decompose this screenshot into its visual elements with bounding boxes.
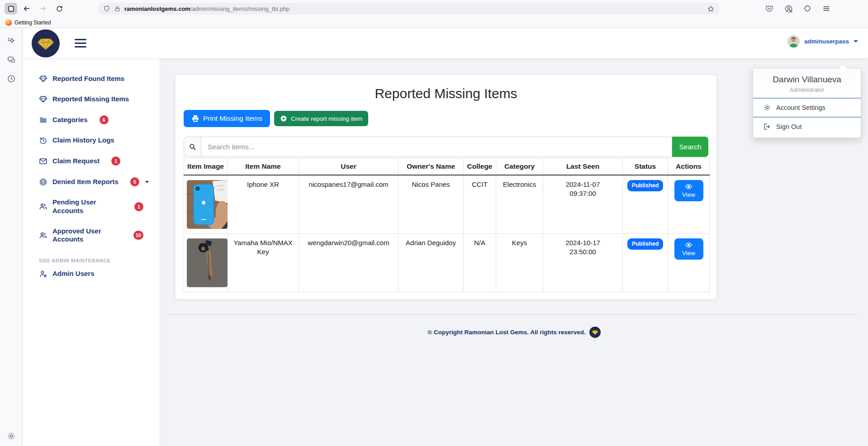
avatar <box>787 35 800 47</box>
exclamation-circle-icon <box>39 178 47 186</box>
sign-out-menu-item[interactable]: Sign Out <box>753 118 861 136</box>
sign-out-icon <box>763 123 771 131</box>
star-icon[interactable] <box>707 5 715 13</box>
copyright-text: © Copyright Ramonian Lost Gems. All righ… <box>427 329 585 336</box>
back-icon <box>23 5 31 13</box>
sparkle-icon[interactable] <box>7 36 16 45</box>
account-button[interactable] <box>782 2 795 15</box>
bookmark-label: Getting Started <box>14 19 51 26</box>
search-button[interactable]: Search <box>672 137 708 157</box>
view-button[interactable]: View <box>674 238 703 260</box>
search-input[interactable] <box>201 137 672 157</box>
clock-icon[interactable] <box>7 74 16 83</box>
eye-icon <box>685 183 693 190</box>
sidebar-item-denied-item-reports[interactable]: Denied Item Reports 5 <box>23 171 160 192</box>
sidebar-item-pending-user-accounts[interactable]: Pending User Accounts 1 <box>23 192 160 221</box>
cell-item-name: Yamaha Mio/NMAX Key <box>228 234 299 292</box>
url-path: /admin/missing_items/missing_tbl.php <box>190 5 289 12</box>
item-image-iphone <box>187 180 228 229</box>
url-bar[interactable]: ramonianlostgems.com/admin/missing_items… <box>99 3 719 14</box>
status-badge: Published <box>627 238 664 250</box>
print-missing-items-button[interactable]: Print Missing Items <box>184 110 270 127</box>
extensions-icon <box>803 5 811 13</box>
shield-icon[interactable] <box>103 5 110 12</box>
account-settings-menu-item[interactable]: Account Settings <box>753 99 861 117</box>
col-status: Status <box>623 158 668 176</box>
devices-icon[interactable] <box>7 55 16 64</box>
forward-button[interactable] <box>36 2 50 15</box>
pocket-button[interactable] <box>763 2 776 15</box>
sidebar-item-label: Reported Found Items <box>52 75 124 83</box>
chevron-down-icon <box>145 181 149 183</box>
envelope-icon <box>39 157 47 166</box>
lock-icon[interactable] <box>114 5 121 12</box>
chevron-down-icon <box>854 40 858 43</box>
history-icon <box>39 136 47 145</box>
table-header-row: Item Image Item Name User Owner's Name C… <box>184 158 710 176</box>
sidebar-item-approved-user-accounts[interactable]: Approved User Accounts 10 <box>23 221 160 250</box>
back-button[interactable] <box>20 2 33 15</box>
sidebar-toggle-button[interactable] <box>75 39 86 47</box>
page: adminuserpass Reported Found Items Repor… <box>0 28 868 446</box>
footer: © Copyright Ramonian Lost Gems. All righ… <box>160 327 868 338</box>
print-button-label: Print Missing Items <box>203 114 262 123</box>
bookmark-getting-started[interactable]: Getting Started <box>5 19 51 26</box>
col-item-image: Item Image <box>184 158 228 176</box>
sidebar-item-claim-request[interactable]: Claim Request 1 <box>23 151 160 171</box>
sign-out-label: Sign Out <box>776 123 802 130</box>
table-row: Yamaha Mio/NMAX Key wengdarwin20@gmail.c… <box>184 234 710 292</box>
toolbar-right-icons <box>763 2 833 15</box>
firefox-view-icon <box>8 6 14 12</box>
cell-college: CCIT <box>464 175 496 234</box>
user-dropdown: Darwin Villanueva Administrator Account … <box>753 68 861 138</box>
gear-icon <box>763 104 771 112</box>
cell-category: Keys <box>496 234 543 292</box>
sidebar-item-label: Admin Users <box>52 270 95 278</box>
col-owners-name: Owner's Name <box>398 158 464 176</box>
reload-button[interactable] <box>52 2 66 15</box>
forward-icon <box>39 5 47 13</box>
account-icon <box>784 5 793 13</box>
gem-icon <box>39 95 47 104</box>
col-college: College <box>464 158 496 176</box>
username: adminuserpass <box>804 38 849 45</box>
cell-user: nicospanes17@gmail.com <box>299 175 398 234</box>
extensions-button[interactable] <box>801 2 814 15</box>
menu-icon <box>822 5 830 13</box>
sidebar-item-label: Approved User Accounts <box>52 227 119 244</box>
firefox-sidebar-strip <box>0 28 23 446</box>
cell-last-seen: 2024-10-1723:50:00 <box>543 234 623 292</box>
sidebar-item-admin-users[interactable]: Admin Users <box>23 266 160 284</box>
status-badge: Published <box>627 180 664 191</box>
table-row: Iphone XR nicospanes17@gmail.com Nicos P… <box>184 175 710 234</box>
cell-user: wengdarwin20@gmail.com <box>299 234 398 292</box>
create-report-button[interactable]: Create report missing item <box>274 111 368 126</box>
cell-owner: Adrian Deguidoy <box>398 234 464 292</box>
sidebar-item-label: Denied Item Reports <box>52 178 119 186</box>
col-last-seen: Last Seen <box>543 158 623 176</box>
sidebar-item-claim-history-logs[interactable]: Claim History Logs <box>23 130 160 151</box>
gear-icon[interactable] <box>7 432 16 441</box>
view-button[interactable]: View <box>674 180 703 201</box>
dropdown-header: Darwin Villanueva Administrator <box>753 68 861 98</box>
search-icon <box>189 143 196 151</box>
user-role: Administrator <box>757 86 857 93</box>
user-menu-button[interactable]: adminuserpass <box>787 35 858 47</box>
users-icon <box>39 231 47 240</box>
folder-icon <box>39 116 47 124</box>
app-header: adminuserpass <box>23 28 868 59</box>
url-text: ramonianlostgems.com/admin/missing_items… <box>124 5 289 12</box>
gem-icon <box>39 75 47 83</box>
app-logo[interactable] <box>32 29 60 57</box>
cell-category: Electronics <box>496 175 543 234</box>
claim-request-count-badge: 1 <box>111 157 120 166</box>
menu-button[interactable] <box>820 2 833 15</box>
page-title: Reported Missing Items <box>184 86 708 101</box>
sidebar-item-reported-missing-items[interactable]: Reported Missing Items <box>23 89 160 109</box>
user-full-name: Darwin Villanueva <box>757 75 857 85</box>
sidebar-item-categories[interactable]: Categories 6 <box>23 109 160 130</box>
diamond-logo-icon <box>592 329 598 335</box>
item-image-key <box>187 238 228 287</box>
sidebar-item-reported-found-items[interactable]: Reported Found Items <box>23 69 160 89</box>
firefox-view-button[interactable] <box>5 3 17 14</box>
